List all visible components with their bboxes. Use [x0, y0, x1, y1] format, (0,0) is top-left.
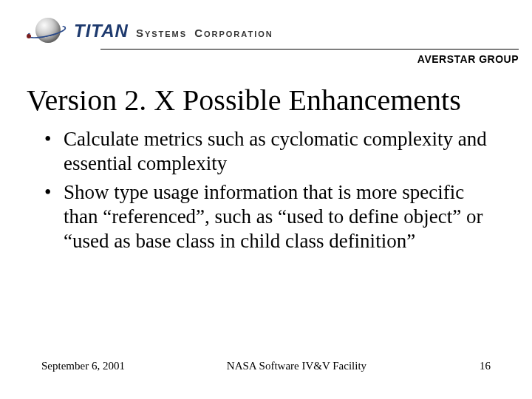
list-item: Calculate metrics such as cyclomatic com…	[41, 127, 491, 176]
slide-title: Version 2. X Possible Enhancements	[27, 83, 505, 117]
logo	[27, 16, 68, 46]
brand-systems: Systems	[136, 27, 187, 39]
footer-date: September 6, 2001	[41, 360, 125, 372]
header: TITAN Systems Corporation AVERSTAR GROUP	[27, 16, 519, 46]
slide-body: Calculate metrics such as cyclomatic com…	[41, 127, 491, 258]
brand-row: TITAN Systems Corporation	[27, 16, 519, 46]
footer: September 6, 2001 NASA Software IV&V Fac…	[41, 360, 491, 372]
brand-titan: TITAN	[74, 21, 129, 41]
brand-corporation: Corporation	[194, 27, 273, 39]
list-item: Show type usage information that is more…	[41, 180, 491, 253]
slide: TITAN Systems Corporation AVERSTAR GROUP…	[0, 0, 532, 399]
footer-page-number: 16	[468, 360, 491, 372]
logo-dot-icon	[27, 34, 31, 38]
header-subgroup: AVERSTAR GROUP	[417, 53, 519, 65]
bullet-list: Calculate metrics such as cyclomatic com…	[41, 127, 491, 253]
footer-center: NASA Software IV&V Facility	[125, 360, 468, 372]
header-divider	[100, 49, 519, 50]
brand-text: TITAN Systems Corporation	[74, 21, 273, 41]
